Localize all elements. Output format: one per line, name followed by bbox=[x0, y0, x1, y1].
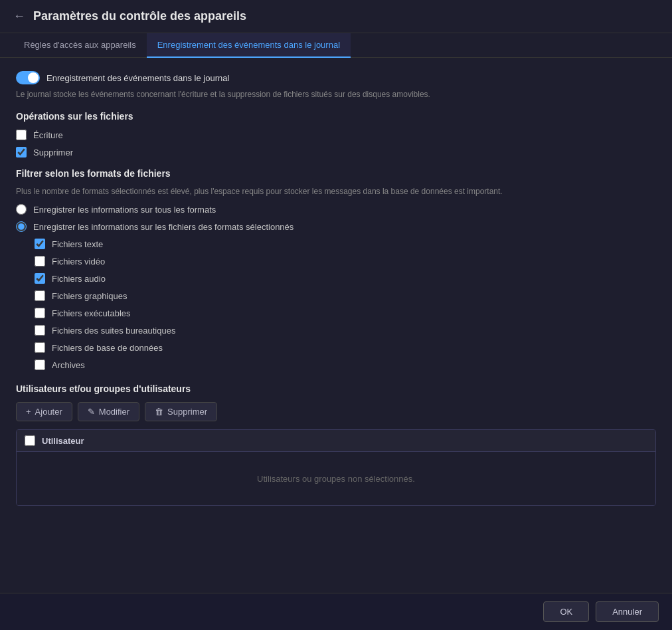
delete-button-label: Supprimer bbox=[167, 407, 207, 417]
selected-formats-radio-row: Enregistrer les informations sur les fic… bbox=[16, 221, 656, 232]
office-files-label[interactable]: Fichiers des suites bureautiques bbox=[52, 326, 175, 336]
file-operations-title: Opérations sur les fichiers bbox=[16, 111, 656, 122]
all-formats-radio[interactable] bbox=[16, 204, 27, 215]
page-title: Paramètres du contrôle des appareils bbox=[33, 9, 246, 23]
users-section: Utilisateurs et/ou groupes d'utilisateur… bbox=[16, 383, 656, 506]
executables-files-checkbox[interactable] bbox=[35, 308, 45, 318]
selected-formats-label[interactable]: Enregistrer les informations sur les fic… bbox=[33, 222, 294, 232]
text-files-row: Fichiers texte bbox=[35, 239, 656, 249]
graphics-files-label[interactable]: Fichiers graphiques bbox=[52, 291, 127, 301]
office-files-row: Fichiers des suites bureautiques bbox=[35, 325, 656, 336]
graphics-files-row: Fichiers graphiques bbox=[35, 290, 656, 301]
logging-toggle-label: Enregistrement des événements dans le jo… bbox=[46, 73, 229, 83]
audio-files-label[interactable]: Fichiers audio bbox=[52, 274, 106, 284]
add-button-label: Ajouter bbox=[35, 407, 62, 417]
filter-description: Plus le nombre de formats sélectionnés e… bbox=[16, 187, 656, 196]
audio-files-checkbox[interactable] bbox=[35, 273, 45, 284]
executables-files-label[interactable]: Fichiers exécutables bbox=[52, 308, 131, 318]
all-formats-radio-row: Enregistrer les informations sur tous le… bbox=[16, 204, 656, 215]
delete-label[interactable]: Supprimer bbox=[33, 148, 73, 158]
video-files-label[interactable]: Fichiers vidéo bbox=[52, 257, 105, 266]
logging-description: Le journal stocke les événements concern… bbox=[16, 90, 656, 99]
tab-access-rules[interactable]: Règles d'accès aux appareils bbox=[13, 33, 147, 58]
video-files-row: Fichiers vidéo bbox=[35, 256, 656, 266]
tab-event-logging[interactable]: Enregistrement des événements dans le jo… bbox=[147, 33, 351, 58]
filter-section: Filtrer selon les formats de fichiers Pl… bbox=[16, 168, 656, 370]
archives-files-row: Archives bbox=[35, 360, 656, 370]
footer: OK Annuler bbox=[0, 593, 672, 630]
video-files-checkbox[interactable] bbox=[35, 256, 45, 266]
graphics-files-checkbox[interactable] bbox=[35, 290, 45, 301]
add-button[interactable]: + Ajouter bbox=[16, 402, 72, 421]
plus-icon: + bbox=[26, 407, 31, 417]
write-checkbox[interactable] bbox=[16, 130, 27, 140]
ok-button[interactable]: OK bbox=[543, 601, 589, 622]
all-formats-label[interactable]: Enregistrer les informations sur tous le… bbox=[33, 205, 216, 215]
content-area: Enregistrement des événements dans le jo… bbox=[0, 58, 672, 593]
delete-checkbox[interactable] bbox=[16, 147, 27, 158]
filter-title: Filtrer selon les formats de fichiers bbox=[16, 168, 656, 179]
delete-checkbox-row: Supprimer bbox=[16, 147, 656, 158]
action-buttons: + Ajouter ✎ Modifier 🗑 Supprimer bbox=[16, 402, 656, 421]
back-button[interactable]: ← bbox=[13, 9, 25, 23]
audio-files-row: Fichiers audio bbox=[35, 273, 656, 284]
archives-files-checkbox[interactable] bbox=[35, 360, 45, 370]
trash-icon: 🗑 bbox=[155, 407, 163, 417]
users-section-title: Utilisateurs et/ou groupes d'utilisateur… bbox=[16, 383, 656, 394]
table-header-row: Utilisateur bbox=[17, 430, 655, 452]
text-files-checkbox[interactable] bbox=[35, 239, 45, 249]
text-files-label[interactable]: Fichiers texte bbox=[52, 239, 103, 249]
tabs-bar: Règles d'accès aux appareils Enregistrem… bbox=[0, 33, 672, 58]
write-checkbox-row: Écriture bbox=[16, 130, 656, 140]
database-files-label[interactable]: Fichiers de base de données bbox=[52, 343, 163, 353]
database-files-checkbox[interactable] bbox=[35, 342, 45, 353]
delete-button[interactable]: 🗑 Supprimer bbox=[145, 402, 217, 421]
write-label[interactable]: Écriture bbox=[33, 130, 63, 140]
edit-button[interactable]: ✎ Modifier bbox=[78, 402, 139, 421]
database-files-row: Fichiers de base de données bbox=[35, 342, 656, 353]
office-files-checkbox[interactable] bbox=[35, 325, 45, 336]
logging-toggle-row: Enregistrement des événements dans le jo… bbox=[16, 71, 656, 84]
header: ← Paramètres du contrôle des appareils bbox=[0, 0, 672, 33]
edit-icon: ✎ bbox=[88, 407, 95, 417]
selected-formats-radio[interactable] bbox=[16, 221, 27, 232]
logging-toggle[interactable] bbox=[16, 71, 40, 84]
edit-button-label: Modifier bbox=[99, 407, 129, 417]
format-checkboxes: Fichiers texte Fichiers vidéo Fichiers a… bbox=[35, 239, 656, 370]
back-arrow-icon: ← bbox=[13, 9, 25, 23]
table-body: Utilisateurs ou groupes non sélectionnés… bbox=[17, 452, 655, 505]
table-empty-message: Utilisateurs ou groupes non sélectionnés… bbox=[257, 474, 415, 484]
user-table: Utilisateur Utilisateurs ou groupes non … bbox=[16, 429, 656, 506]
cancel-button[interactable]: Annuler bbox=[596, 601, 659, 622]
archives-files-label[interactable]: Archives bbox=[52, 360, 85, 370]
table-select-all-checkbox[interactable] bbox=[25, 435, 35, 446]
executables-files-row: Fichiers exécutables bbox=[35, 308, 656, 318]
table-column-user: Utilisateur bbox=[42, 436, 84, 446]
